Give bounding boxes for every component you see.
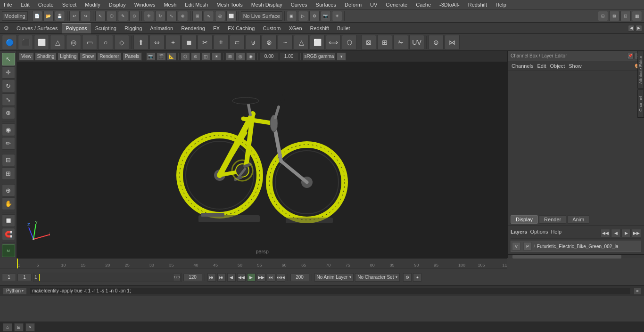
- attribute-editor-side-label[interactable]: Attribute Editor: [637, 51, 644, 89]
- shelf-append[interactable]: +: [165, 35, 181, 50]
- shelf-smooth[interactable]: ~: [278, 35, 293, 50]
- shelf-bridge[interactable]: ⇔: [149, 35, 165, 50]
- menu-generate[interactable]: Generate: [384, 2, 409, 8]
- shelf-quad[interactable]: ⬜: [310, 35, 325, 50]
- save-file-btn[interactable]: 💾: [55, 11, 65, 21]
- shelf-boolean[interactable]: ⊂: [230, 35, 245, 50]
- layout-btn1[interactable]: ⊟: [598, 11, 608, 21]
- shelf-triangulate[interactable]: △: [294, 35, 309, 50]
- shelf-cone[interactable]: △: [50, 35, 65, 50]
- play-end-field[interactable]: 120: [183, 274, 202, 281]
- snap-lt[interactable]: 🔲: [2, 214, 15, 227]
- ipr-btn[interactable]: ▷: [298, 11, 308, 21]
- command-line[interactable]: makeIdentity -apply true -t 1 -r 1 -s 1 …: [30, 287, 631, 295]
- menu-mesh-tools[interactable]: Mesh Tools: [215, 2, 244, 8]
- shelf-scroll-right[interactable]: ▶: [636, 25, 642, 32]
- snap-grid-btn[interactable]: ⊞: [192, 11, 203, 21]
- layers-btn-left[interactable]: ◀◀: [601, 229, 610, 237]
- channel-box-side-label[interactable]: Channel Box / Layer Editor: [637, 89, 644, 118]
- snap-surface-btn[interactable]: ⬜: [226, 11, 237, 21]
- menu-mesh-display[interactable]: Mesh Display: [249, 2, 284, 8]
- shelf-bevel[interactable]: ⌗: [214, 35, 229, 50]
- pb-play-fwd-btn[interactable]: ▶: [247, 273, 256, 282]
- menu-cache[interactable]: Cache: [414, 2, 433, 8]
- move-tool-btn[interactable]: ✛: [144, 11, 154, 21]
- layout-btn3[interactable]: ⊡: [620, 11, 631, 21]
- cb-menu-channels[interactable]: Channels: [512, 63, 533, 69]
- char-set-dropdown[interactable]: No Character Set ▾: [355, 273, 400, 282]
- shelf-plane[interactable]: ▭: [82, 35, 97, 50]
- shelf-cube[interactable]: ⬛: [18, 35, 33, 50]
- menu-select[interactable]: Select: [60, 2, 79, 8]
- menu-modify[interactable]: Modify: [83, 2, 102, 8]
- shelf-cut-sew[interactable]: ✁: [393, 35, 408, 50]
- shelf-multi-cut[interactable]: ✂: [198, 35, 213, 50]
- open-file-btn[interactable]: 📂: [43, 11, 54, 21]
- render-settings-btn[interactable]: ⚙: [309, 11, 320, 21]
- rotate-tool-btn[interactable]: ↻: [155, 11, 165, 21]
- vp-isolate[interactable]: ◉: [246, 52, 256, 61]
- shelf-sym-table[interactable]: ⊜: [429, 35, 444, 50]
- pan-lt[interactable]: ✋: [2, 197, 15, 210]
- new-file-btn[interactable]: 📄: [32, 11, 42, 21]
- tab-render[interactable]: Render: [539, 215, 566, 224]
- soft-mod-lt[interactable]: ◉: [2, 123, 15, 136]
- tab-polygons[interactable]: Polygons: [62, 23, 91, 33]
- vp-menu-shading[interactable]: Shading: [35, 52, 57, 61]
- range-end-field[interactable]: 200: [290, 274, 309, 281]
- universal-tool-lt[interactable]: ⊕: [2, 107, 15, 120]
- show-manip-lt[interactable]: ⊟: [2, 154, 15, 167]
- vp-menu-view[interactable]: View: [19, 52, 34, 61]
- vp-xray[interactable]: ◎: [236, 52, 245, 61]
- lasso-select-btn[interactable]: ⬡: [107, 11, 117, 21]
- redo-btn[interactable]: ↪: [81, 11, 91, 21]
- vp-color-space-dropdown[interactable]: ▾: [337, 52, 346, 61]
- live-surface-label[interactable]: No Live Surface: [241, 11, 282, 21]
- universal-manip-btn[interactable]: ⊕: [178, 11, 188, 21]
- vp-cam2[interactable]: 🎬: [157, 52, 166, 61]
- tab-redshift[interactable]: Redshift: [306, 23, 333, 33]
- pb-next-frame-btn[interactable]: ▶▶: [257, 273, 265, 282]
- vp-light[interactable]: ☀: [212, 52, 221, 61]
- pb-settings-btn[interactable]: ⚙: [403, 273, 412, 282]
- vp-menu-lighting[interactable]: Lighting: [58, 52, 79, 61]
- vp-cam3[interactable]: 📐: [167, 52, 176, 61]
- menu-deform[interactable]: Deform: [343, 2, 363, 8]
- scale-tool-btn[interactable]: ⤡: [166, 11, 177, 21]
- menu-redshift[interactable]: Redshift: [466, 2, 489, 8]
- snap-point-btn[interactable]: ◎: [215, 11, 225, 21]
- tab-animation[interactable]: Animation: [146, 23, 177, 33]
- menu-edit[interactable]: Edit: [19, 2, 32, 8]
- grid-lt[interactable]: ⊞: [2, 167, 15, 180]
- shelf-platonic[interactable]: ◇: [114, 35, 129, 50]
- layout-btn2[interactable]: ⊠: [609, 11, 619, 21]
- shelf-torus[interactable]: ◎: [66, 35, 81, 50]
- taskbar-btn1[interactable]: ⌂: [3, 323, 12, 332]
- menu-display[interactable]: Display: [107, 2, 128, 8]
- frame-slider[interactable]: [39, 274, 171, 281]
- shelf-sphere[interactable]: 🔵: [2, 35, 17, 50]
- timeline-ruler[interactable]: 1 5 10 15 20 25 30 35 40 45 50 55 60 65 …: [17, 258, 507, 268]
- vp-transform-y[interactable]: 1.00: [280, 52, 298, 61]
- tab-fx[interactable]: FX: [209, 23, 223, 33]
- zoom-lt[interactable]: ⊕: [2, 184, 15, 197]
- cb-menu-edit[interactable]: Edit: [537, 63, 546, 69]
- undo-btn[interactable]: ↩: [69, 11, 80, 21]
- pb-prev-frame-btn[interactable]: ◀: [227, 273, 236, 282]
- select-mode-btn[interactable]: ↖: [95, 11, 106, 21]
- shelf-retopo[interactable]: ⋈: [445, 35, 460, 50]
- layers-btn-next[interactable]: ▶: [621, 229, 631, 237]
- shelf-unfold[interactable]: ⊠: [361, 35, 376, 50]
- layer-visibility-btn[interactable]: V: [512, 242, 520, 251]
- taskbar-btn2[interactable]: ⊟: [14, 323, 24, 332]
- tab-curves-surfaces[interactable]: Curves / Surfaces: [13, 23, 61, 33]
- shelf-uv-editor[interactable]: UV: [409, 35, 424, 50]
- taskbar-btn3[interactable]: ×: [25, 323, 35, 332]
- shelf-disk[interactable]: ○: [98, 35, 113, 50]
- layers-scrollbar[interactable]: [508, 254, 644, 258]
- pb-play-back-btn[interactable]: ◀◀: [237, 273, 246, 282]
- python-selector[interactable]: Python ▾: [3, 287, 27, 295]
- vp-grid-btn[interactable]: ⊞: [225, 52, 235, 61]
- menu-surfaces[interactable]: Surfaces: [314, 2, 338, 8]
- layers-btn-right[interactable]: ▶▶: [632, 229, 641, 237]
